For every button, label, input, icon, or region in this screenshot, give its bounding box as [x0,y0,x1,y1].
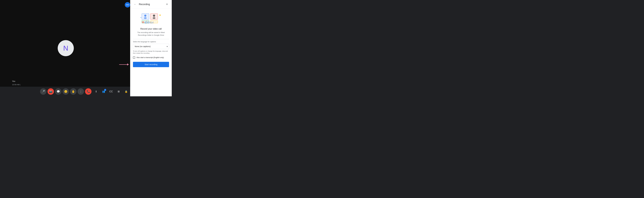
recording-panel: ← Recording ✕ [130,0,172,96]
lock-button[interactable]: 🔒 [123,88,129,95]
back-icon: ← [134,3,136,6]
layout-icon: ⊞ [118,90,120,93]
layout-button[interactable]: ⊞ [116,88,122,95]
svg-point-18 [142,22,144,23]
svg-rect-8 [144,22,145,23]
panel-header: ← Recording ✕ [130,0,172,9]
microphone-button[interactable]: 🎤 [40,88,46,95]
avatar-letter: N [63,44,68,52]
svg-rect-13 [150,22,150,23]
svg-rect-12 [149,21,149,24]
you-label: You [12,80,15,82]
caption-language-select[interactable]: None (no captions) [133,44,169,49]
svg-point-6 [153,14,155,17]
people-badge: 1 [104,89,106,91]
svg-rect-9 [146,21,146,24]
bottom-toolbar: 🎤 📷 💬 😊 ✋ ⋮ 📞 ℹ 👥 1 CC ⊞ 🔒 [0,87,132,96]
time-label: 10:59 AM | [12,84,20,86]
camera-off-icon: 📷 [49,90,52,93]
close-icon: ✕ [166,3,168,6]
emoji-icon: 😊 [64,90,68,93]
record-desc: The recording will be saved in Meet Reco… [133,31,169,36]
video-area: N You 10:59 AM | [0,0,132,96]
svg-rect-10 [146,21,147,24]
microphone-icon: 🎤 [42,90,45,93]
svg-marker-19 [159,14,161,16]
caption-select-label: Select the language for captions [133,41,169,43]
panel-body: Record your video call The recording wil… [130,9,172,96]
panel-back-button[interactable]: ← [133,2,137,6]
caption-select-wrapper: None (no captions) ▾ [133,44,169,49]
captions-button[interactable]: CC [108,88,114,95]
start-recording-button[interactable]: Start recording [133,62,169,67]
captions-icon: CC [109,90,113,93]
svg-rect-3 [150,20,158,23]
svg-rect-15 [152,22,152,23]
right-icons: ℹ 👥 1 CC ⊞ 🔒 [93,88,129,95]
panel-title: Recording [139,3,163,6]
more-icon: ⋮ [80,90,82,93]
more-options-button[interactable]: ••• [125,2,130,7]
end-call-button[interactable]: 📞 [85,88,92,95]
transcript-checkbox[interactable] [133,56,135,59]
people-button[interactable]: 👥 1 [100,88,107,95]
svg-rect-16 [153,21,153,23]
raise-hand-icon: ✋ [72,90,75,93]
svg-rect-14 [151,21,151,24]
svg-point-5 [144,17,147,19]
transcript-label: Also start a transcript (English only) [136,56,164,58]
more-options-icon: ••• [126,3,129,6]
transcript-row: Also start a transcript (English only) [133,56,169,59]
chat-button[interactable]: 💬 [55,88,62,95]
svg-rect-11 [148,21,148,23]
avatar: N [58,40,74,56]
end-call-icon: 📞 [87,90,90,93]
caption-hint: To turn off captions or change the langu… [133,50,169,54]
info-icon: ℹ [96,90,96,93]
svg-point-7 [153,17,155,19]
more-button[interactable]: ⋮ [78,88,84,95]
lock-icon: 🔒 [125,90,128,93]
camera-button[interactable]: 📷 [48,88,54,95]
recording-illustration [133,11,169,25]
svg-point-4 [144,14,146,17]
raise-hand-button[interactable]: ✋ [70,88,76,95]
chat-icon: 💬 [56,90,60,93]
record-title: Record your video call [133,28,169,30]
meeting-details-button[interactable]: ℹ [93,88,99,95]
emoji-button[interactable]: 😊 [62,88,69,95]
panel-close-button[interactable]: ✕ [165,2,169,6]
